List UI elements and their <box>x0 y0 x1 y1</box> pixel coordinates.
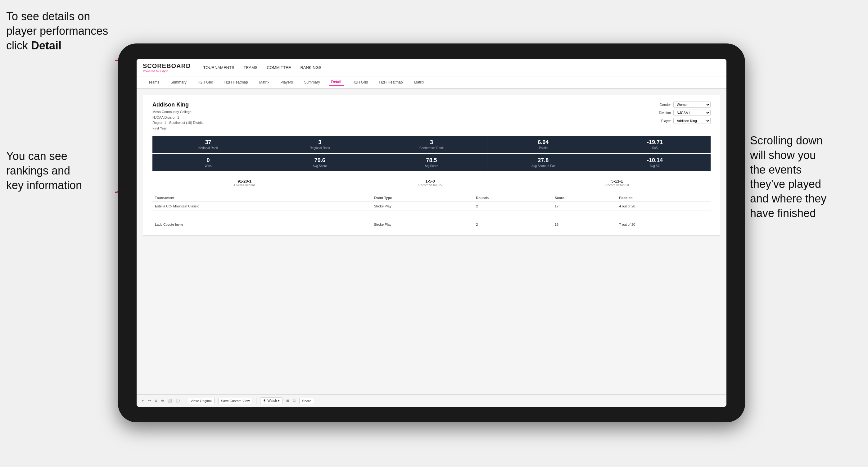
nav-tournaments[interactable]: TOURNAMENTS <box>203 64 234 71</box>
sos-label: SoS <box>602 146 708 150</box>
table-row: Estella CC- Mountain Classic Stroke Play… <box>152 202 711 211</box>
score-1: 17 <box>552 202 617 211</box>
sub-navigation: Teams Summary H2H Grid H2H Heatmap Matri… <box>136 76 726 89</box>
sub-nav-h2h-grid[interactable]: H2H Grid <box>195 79 216 86</box>
gender-filter-row: Gender Women <box>659 101 711 108</box>
toolbar-redo[interactable]: ↪ <box>148 399 151 403</box>
top50-record-value: 5-11-1 <box>606 179 629 184</box>
player-year: First Year <box>152 126 203 131</box>
sub-nav-h2h-heatmap[interactable]: H2H Heatmap <box>222 79 251 86</box>
national-rank-value: 37 <box>155 139 261 146</box>
col-rounds: Rounds <box>473 194 552 202</box>
sub-nav-summary2[interactable]: Summary <box>302 79 322 86</box>
top25-record-label: Record vs top 25 <box>418 184 442 187</box>
annotation-r-line1: Scrolling down <box>750 134 823 147</box>
sub-nav-h2h-heatmap2[interactable]: H2H Heatmap <box>377 79 405 86</box>
toolbar-undo[interactable]: ↩ <box>142 399 144 403</box>
toolbar-zoom-in[interactable]: ⊕ <box>155 399 157 403</box>
table-row: Lady Coyote Invite Stroke Play 2 16 7 ou… <box>152 220 711 229</box>
stat-regional-rank: 3 Regional Rank <box>264 136 376 153</box>
event-type-3: Stroke Play <box>371 220 473 229</box>
regional-rank-value: 3 <box>267 139 373 146</box>
player-region: Region 1 - Southwest (18) District <box>152 120 203 126</box>
player-info: Addison King Mesa Community College NJCA… <box>152 101 203 131</box>
sub-nav-detail[interactable]: Detail <box>329 79 344 86</box>
nav-teams[interactable]: TEAMS <box>244 64 258 71</box>
division-select[interactable]: NJCAA I <box>673 110 711 116</box>
annotation-r-line6: have finished <box>750 207 816 220</box>
sub-nav-matrix[interactable]: Matrix <box>257 79 272 86</box>
annotation-line1: To see details on <box>6 10 90 23</box>
content-panel: Addison King Mesa Community College NJCA… <box>143 95 720 236</box>
toolbar-clock[interactable]: 🕐 <box>176 399 180 403</box>
sub-nav-summary[interactable]: Summary <box>168 79 189 86</box>
stat-wins: 0 Wins <box>152 154 264 171</box>
share-label: Share <box>302 399 311 403</box>
stat-avg-score: 79.6 Avg Score <box>264 154 376 171</box>
nav-committee[interactable]: COMMITTEE <box>267 64 291 71</box>
toolbar-grid[interactable]: ⊞ <box>286 399 289 403</box>
logo-powered-text: Powered by clippd <box>143 69 191 73</box>
col-tournament: Tournament <box>152 194 371 202</box>
toolbar-watch-button[interactable]: 👁 Watch ▾ <box>260 398 282 404</box>
player-filter-row: Player Addison King <box>661 118 711 124</box>
tournament-name-1: Estella CC- Mountain Classic <box>152 202 371 211</box>
national-rank-label: National Rank <box>155 146 261 150</box>
adj-score-label: Adj Score <box>378 164 485 168</box>
toolbar-save-custom-view-button[interactable]: Save Custom View <box>218 398 253 404</box>
position-2 <box>617 211 711 220</box>
conference-rank-label: Conference Rank <box>378 146 485 150</box>
stat-adj-score: 78.5 Adj Score <box>376 154 488 171</box>
sub-nav-h2h-grid2[interactable]: H2H Grid <box>350 79 370 86</box>
points-label: Points <box>490 146 596 150</box>
records-row: 91-20-1 Overall Record 1-5-0 Record vs t… <box>152 176 711 190</box>
watch-label: 👁 Watch ▾ <box>263 399 280 403</box>
top50-record-label: Record vs top 50 <box>606 184 629 187</box>
gender-select[interactable]: Women <box>673 101 711 108</box>
avg-score-label: Avg Score <box>267 164 373 168</box>
player-division: NJCAA Division 1 <box>152 115 203 121</box>
player-header: Addison King Mesa Community College NJCA… <box>152 101 711 131</box>
wins-label: Wins <box>155 164 261 168</box>
col-event-type: Event Type <box>371 194 473 202</box>
player-school: Mesa Community College <box>152 109 203 115</box>
app-logo: SCOREBOARD Powered by clippd <box>143 62 191 73</box>
tournament-name-2 <box>152 211 371 220</box>
sub-nav-players[interactable]: Players <box>278 79 295 86</box>
avg-score-par-value: 27.8 <box>490 157 596 164</box>
position-1: 4 out of 20 <box>617 202 711 211</box>
division-filter-row: Division NJCAA I <box>659 110 711 116</box>
annotation-bottom-left: You can see rankings and key information <box>6 149 105 192</box>
wins-value: 0 <box>155 157 261 164</box>
stats-row-2: 0 Wins 79.6 Avg Score 78.5 Adj Score 2 <box>152 154 711 171</box>
annotation-line3b: Detail <box>31 39 61 52</box>
overall-record-label: Overall Record <box>234 184 255 187</box>
annotation-r-line3: the events <box>750 163 802 176</box>
gender-label: Gender <box>659 103 671 106</box>
player-select[interactable]: Addison King <box>673 118 711 124</box>
sub-nav-matrix2[interactable]: Matrix <box>412 79 427 86</box>
save-custom-view-label: Save Custom View <box>221 399 250 403</box>
tablet-screen: SCOREBOARD Powered by clippd TOURNAMENTS… <box>136 59 726 407</box>
sos-value: -19.71 <box>602 139 708 146</box>
top25-record: 1-5-0 Record vs top 25 <box>418 179 442 187</box>
stat-conference-rank: 3 Conference Rank <box>376 136 488 153</box>
player-filter-label: Player <box>661 119 671 123</box>
toolbar-share-button[interactable]: Share <box>299 398 314 404</box>
toolbar-view-original-button[interactable]: View: Original <box>188 398 215 404</box>
tablet-device: SCOREBOARD Powered by clippd TOURNAMENTS… <box>118 43 745 422</box>
score-2 <box>552 211 617 220</box>
col-score: Score <box>552 194 617 202</box>
nav-rankings[interactable]: RANKINGS <box>300 64 321 71</box>
avg-sg-value: -10.14 <box>602 157 708 164</box>
toolbar-layout[interactable]: ⊡ <box>293 399 296 403</box>
toolbar-fit[interactable]: ⬜ <box>168 399 172 403</box>
table-row <box>152 211 711 220</box>
toolbar-zoom-out[interactable]: ⊗ <box>161 399 164 403</box>
stat-avg-sg: -10.14 Avg SG <box>599 154 711 171</box>
stat-sos: -19.71 SoS <box>599 136 711 153</box>
top50-record: 5-11-1 Record vs top 50 <box>606 179 629 187</box>
annotation-r-line2: will show you <box>750 149 816 161</box>
toolbar-divider-1 <box>184 398 184 404</box>
sub-nav-teams[interactable]: Teams <box>146 79 162 86</box>
